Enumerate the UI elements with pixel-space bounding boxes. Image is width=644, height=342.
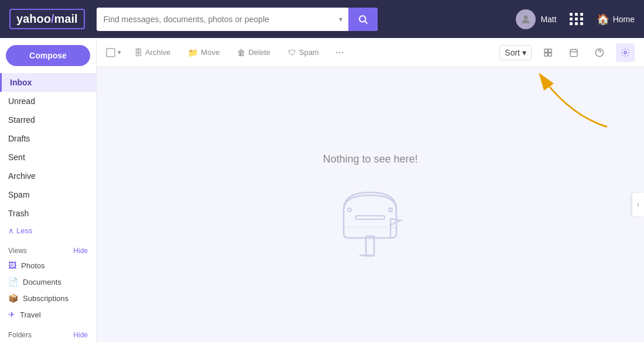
svg-point-13: [624, 51, 626, 54]
spam-label: Spam: [299, 48, 319, 57]
yahoo-mail-logo[interactable]: yahoo/mail: [9, 9, 85, 29]
svg-rect-3: [544, 49, 547, 52]
sort-button[interactable]: Sort ▾: [499, 45, 532, 60]
move-icon: 📁: [188, 48, 198, 57]
move-button[interactable]: 📁 Move: [183, 45, 224, 60]
subscriptions-icon: 📦: [8, 293, 18, 303]
toolbar: ▾ 🗄 Archive 📁 Move 🗑 Delete 🛡 Spam: [97, 38, 644, 67]
trash-label: Trash: [8, 209, 29, 218]
documents-icon: 📄: [8, 277, 18, 286]
archive-button[interactable]: 🗄 Archive: [129, 45, 175, 60]
spam-label: Spam: [8, 190, 30, 199]
select-all-area: ▾: [106, 48, 121, 57]
folders-label: Folders: [8, 331, 32, 339]
select-dropdown-icon[interactable]: ▾: [118, 49, 121, 56]
svg-rect-15: [366, 236, 374, 257]
archive-label: Archive: [145, 48, 170, 57]
more-options-button[interactable]: ···: [332, 45, 348, 60]
svg-line-1: [365, 21, 367, 23]
header: yahoo/mail ▾ Matt 🏠: [0, 0, 644, 38]
spam-icon: 🛡: [288, 48, 296, 57]
expand-panel-button[interactable]: ›: [632, 193, 644, 216]
search-bar: ▾: [97, 8, 378, 31]
sidebar-item-unread[interactable]: Unread: [0, 92, 96, 110]
spam-button[interactable]: 🛡 Spam: [283, 45, 324, 60]
travel-label: Travel: [20, 310, 41, 319]
search-button[interactable]: [348, 8, 378, 31]
chevron-right-icon: ›: [637, 201, 639, 209]
toolbar-left: ▾ 🗄 Archive 📁 Move 🗑 Delete 🛡 Spam: [106, 45, 497, 60]
user-avatar-area[interactable]: Matt: [516, 9, 556, 29]
move-label: Move: [201, 48, 220, 57]
inbox-label: Inbox: [10, 78, 32, 87]
view-item-travel[interactable]: ✈ Travel: [0, 306, 96, 323]
subscriptions-label: Subscriptions: [23, 294, 68, 303]
view-item-subscriptions[interactable]: 📦 Subscriptions: [0, 290, 96, 306]
calendar-button[interactable]: [564, 43, 583, 62]
views-section-header: Views Hide: [0, 242, 96, 257]
email-content-area: Nothing to see here!: [97, 67, 644, 342]
views-hide-button[interactable]: Hide: [73, 247, 88, 255]
sidebar-item-inbox[interactable]: Inbox: [0, 73, 96, 92]
svg-point-22: [389, 208, 392, 212]
delete-button[interactable]: 🗑 Delete: [232, 45, 275, 60]
archive-icon: 🗄: [134, 48, 142, 57]
mailbox-illustration: [332, 175, 408, 257]
select-all-checkbox[interactable]: [106, 48, 115, 57]
sidebar-item-trash[interactable]: Trash: [0, 204, 96, 223]
empty-state: Nothing to see here!: [323, 153, 417, 257]
sidebar-item-starred[interactable]: Starred: [0, 110, 96, 129]
sidebar: Compose Inbox Unread Starred Drafts Sent…: [0, 38, 97, 342]
svg-rect-5: [544, 53, 547, 56]
chevron-up-icon: ∧: [8, 226, 14, 235]
less-button[interactable]: ∧ Less: [0, 223, 96, 239]
empty-message: Nothing to see here!: [323, 153, 417, 165]
photos-label: Photos: [21, 261, 44, 270]
sidebar-item-drafts[interactable]: Drafts: [0, 129, 96, 148]
archive-label: Archive: [8, 171, 36, 181]
folders-hide-button[interactable]: Hide: [73, 331, 88, 339]
sidebar-item-spam[interactable]: Spam: [0, 185, 96, 204]
folders-section-header: Folders Hide: [0, 326, 96, 341]
svg-rect-7: [570, 49, 577, 56]
home-icon: 🏠: [597, 13, 609, 26]
photos-icon: 🖼: [8, 261, 16, 270]
apps-grid-icon[interactable]: [568, 12, 585, 26]
user-name: Matt: [540, 15, 556, 24]
main-layout: Compose Inbox Unread Starred Drafts Sent…: [0, 38, 644, 342]
header-right: Matt 🏠 Home: [516, 9, 635, 29]
delete-icon: 🗑: [237, 48, 245, 57]
unread-label: Unread: [8, 96, 35, 106]
email-panel: ▾ 🗄 Archive 📁 Move 🗑 Delete 🛡 Spam: [97, 38, 644, 342]
orange-arrow: [522, 68, 616, 130]
sort-chevron-icon: ▾: [522, 48, 526, 57]
compose-button[interactable]: Compose: [6, 45, 90, 66]
toolbar-right: Sort ▾: [499, 43, 635, 62]
view-item-photos[interactable]: 🖼 Photos: [0, 257, 96, 274]
svg-point-21: [348, 208, 351, 212]
starred-label: Starred: [8, 115, 35, 125]
avatar: [516, 9, 536, 29]
travel-icon: ✈: [8, 310, 15, 319]
sort-label: Sort: [505, 48, 520, 57]
drafts-label: Drafts: [8, 134, 30, 143]
view-item-documents[interactable]: 📄 Documents: [0, 274, 96, 290]
search-input[interactable]: [97, 8, 333, 31]
svg-rect-18: [355, 216, 385, 219]
svg-point-0: [359, 16, 366, 22]
settings-button[interactable]: [616, 43, 635, 62]
less-label: Less: [16, 226, 32, 235]
svg-point-2: [524, 15, 528, 19]
sidebar-item-sent[interactable]: Sent: [0, 148, 96, 167]
sidebar-item-archive[interactable]: Archive: [0, 167, 96, 185]
sent-label: Sent: [8, 153, 25, 162]
views-label: Views: [8, 247, 27, 255]
documents-label: Documents: [23, 278, 61, 286]
view-contacts-button[interactable]: [539, 43, 557, 62]
help-button[interactable]: [590, 43, 609, 62]
delete-label: Delete: [248, 48, 270, 57]
home-button[interactable]: 🏠 Home: [597, 13, 635, 26]
home-label: Home: [613, 15, 635, 24]
search-dropdown-icon[interactable]: ▾: [333, 15, 348, 23]
svg-rect-4: [549, 49, 551, 52]
